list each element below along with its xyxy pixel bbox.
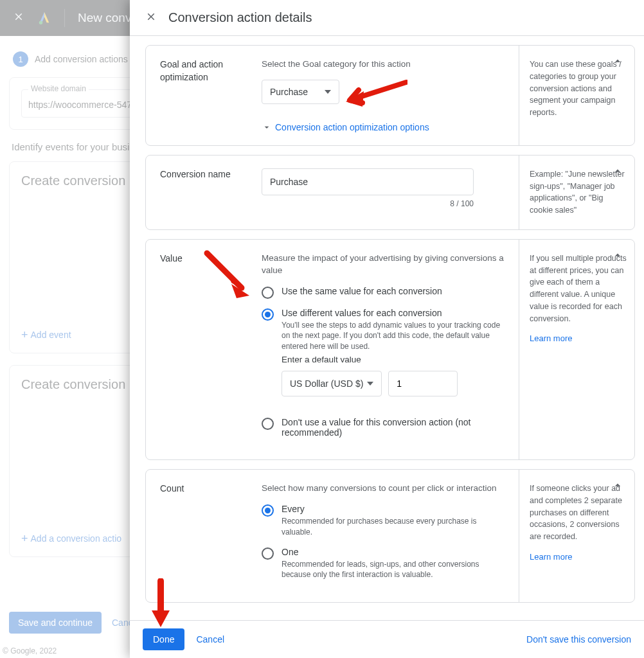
caret-down-icon: [367, 380, 373, 387]
collapse-button[interactable]: [611, 249, 624, 264]
section-helper: Select how many conversions to count per…: [262, 483, 505, 495]
step-label: Add conversion actions: [35, 54, 128, 64]
radio-no-value[interactable]: [262, 418, 274, 430]
plus-icon: +: [21, 330, 28, 339]
collapse-button[interactable]: [611, 479, 624, 494]
plus-icon: +: [21, 534, 28, 543]
caret-down-icon: [325, 89, 331, 95]
section-label: Conversion name: [160, 168, 242, 217]
vertical-divider: [64, 9, 65, 27]
step-number-badge: 1: [13, 51, 28, 67]
google-ads-logo-icon: [37, 11, 51, 25]
radio-subtext: Recommended for leads, sign-ups, and oth…: [282, 559, 505, 581]
website-domain-value: https://woocommerce-54797: [28, 100, 142, 110]
section-label: Value: [160, 253, 242, 447]
copyright: © Google, 2022: [3, 646, 57, 655]
close-icon[interactable]: [13, 11, 24, 25]
done-button[interactable]: Done: [143, 628, 184, 650]
close-panel-button[interactable]: [145, 11, 157, 25]
chevron-up-icon: [611, 164, 624, 177]
radio-label: Use different values for each conversion: [282, 308, 505, 318]
section-label: Goal and action optimization: [160, 58, 242, 132]
radio-subtext: Recommended for purchases because every …: [282, 516, 505, 538]
section-value: Value Measure the impact of your adverti…: [145, 239, 635, 460]
chevron-down-icon: [262, 122, 272, 132]
learn-more-link[interactable]: Learn more: [530, 551, 627, 564]
chevron-up-icon: [611, 479, 624, 492]
collapse-button[interactable]: [611, 55, 624, 70]
chevron-up-icon: [611, 55, 624, 67]
section-name: Conversion name 8 / 100 Example: "June n…: [145, 155, 635, 230]
currency-select[interactable]: US Dollar (USD $): [282, 371, 382, 396]
select-value: Purchase: [270, 87, 308, 97]
radio-label: Every: [282, 504, 505, 514]
radio-subtext: You'll see the steps to add dynamic valu…: [282, 320, 505, 352]
default-value-label: Enter a default value: [282, 355, 505, 364]
char-count: 8 / 100: [262, 199, 474, 208]
dont-save-link[interactable]: Don't save this conversion: [526, 634, 631, 645]
section-helper: Measure the impact of your advertising b…: [262, 253, 505, 277]
chevron-up-icon: [611, 249, 624, 262]
collapse-button[interactable]: [611, 164, 624, 180]
save-and-continue-button[interactable]: Save and continue: [9, 612, 102, 634]
optimization-options-toggle[interactable]: Conversion action optimization options: [262, 122, 505, 132]
radio-count-every[interactable]: [262, 504, 274, 517]
conversion-details-panel: Conversion action details Goal and actio…: [130, 0, 644, 658]
radio-label: Don't use a value for this conversion ac…: [282, 417, 505, 438]
radio-count-one[interactable]: [262, 547, 274, 560]
learn-more-link[interactable]: Learn more: [530, 332, 627, 345]
default-value-input[interactable]: [388, 371, 458, 396]
radio-label: One: [282, 547, 505, 557]
panel-footer: Done Cancel Don't save this conversion: [130, 620, 644, 658]
bg-page-title: New conv: [78, 11, 131, 25]
panel-header: Conversion action details: [130, 0, 644, 36]
add-event-button[interactable]: + Add event: [21, 330, 71, 340]
conversion-name-input[interactable]: [262, 168, 474, 195]
radio-same-value[interactable]: [262, 287, 274, 299]
goal-category-select[interactable]: Purchase: [262, 80, 339, 104]
section-helper: Select the Goal category for this action: [262, 58, 505, 71]
field-legend: Website domain: [28, 84, 89, 93]
section-count: Count Select how many conversions to cou…: [145, 469, 635, 603]
panel-title: Conversion action details: [168, 10, 312, 25]
section-label: Count: [160, 483, 242, 589]
add-conversion-action-button[interactable]: + Add a conversion actio: [21, 533, 121, 544]
section-sidebar: If you sell multiple products at differe…: [519, 240, 634, 459]
svg-point-0: [39, 21, 43, 25]
radio-different-values[interactable]: [262, 308, 274, 321]
cancel-button[interactable]: Cancel: [196, 634, 224, 645]
section-goal: Goal and action optimization Select the …: [145, 45, 635, 146]
panel-scroll-area[interactable]: Goal and action optimization Select the …: [130, 36, 644, 620]
radio-label: Use the same value for each conversion: [282, 286, 442, 296]
